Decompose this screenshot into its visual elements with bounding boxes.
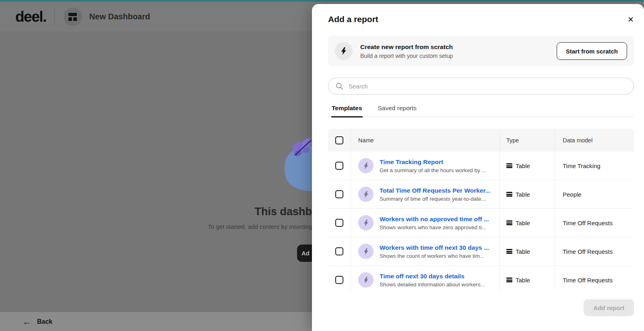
back-arrow-icon: ← [23, 317, 31, 326]
lightning-icon [362, 191, 370, 198]
report-data-model: Time Off Requests [563, 220, 613, 226]
table-type-icon [506, 249, 512, 254]
row-checkbox[interactable] [335, 162, 343, 170]
page-title: New Dashboard [89, 12, 150, 21]
search-icon [336, 82, 343, 90]
back-button[interactable]: Back [37, 318, 52, 325]
add-report-modal: Add a report ✕ Create new report from sc… [312, 4, 644, 331]
modal-header: Add a report ✕ [328, 14, 634, 24]
row-checkbox[interactable] [335, 219, 343, 227]
tab-templates[interactable]: Templates [331, 105, 363, 117]
start-from-scratch-button[interactable]: Start from scratch [557, 42, 627, 60]
row-checkbox[interactable] [335, 190, 343, 198]
report-data-model: Time Tracking [563, 162, 601, 169]
table-row[interactable]: Workers with no approved time off ... Sh… [328, 209, 634, 237]
search-input[interactable] [349, 83, 626, 90]
report-type: Table [516, 277, 530, 284]
report-lightning-badge [358, 215, 374, 230]
report-data-model: People [563, 191, 582, 198]
column-header-data-model: Data model [555, 129, 634, 152]
table-type-icon [506, 278, 512, 282]
report-type: Table [516, 248, 530, 255]
table-row[interactable]: Workers with time off next 30 days ... S… [328, 237, 634, 266]
empty-state-subtext: To get started, add content by inserting [208, 223, 312, 230]
lightning-icon [362, 219, 370, 227]
scratch-card-subtitle: Build a report with your custom setup [360, 53, 453, 59]
report-data-model: Time Off Requests [563, 277, 613, 284]
tab-bar: Templates Saved reports [328, 105, 634, 117]
search-bar [328, 78, 634, 95]
lightning-icon [362, 276, 370, 284]
table-type-icon [506, 163, 512, 168]
report-type: Table [516, 220, 530, 226]
scratch-card-title: Create new report from scratch [360, 43, 453, 51]
report-data-model: Time Off Requests [563, 248, 613, 255]
report-description: Shows workers who have zero approved ti.… [380, 224, 489, 230]
lightning-icon-badge [335, 42, 353, 60]
report-lightning-badge [358, 158, 374, 173]
table-row[interactable]: Time Tracking Report Get a summary of al… [328, 152, 634, 180]
report-name-link[interactable]: Total Time Off Requests Per Worker... [380, 187, 491, 194]
report-description: Shows the count of workers who have tim.… [380, 253, 489, 259]
report-description: Get a summary of all the hours worked by… [380, 167, 486, 173]
tab-saved-reports[interactable]: Saved reports [378, 105, 417, 117]
templates-table: Name Type Data model Time Tracking Repor… [328, 129, 634, 290]
report-name-link[interactable]: Time Tracking Report [380, 158, 486, 166]
report-lightning-badge [358, 244, 374, 259]
column-header-type: Type [500, 129, 555, 152]
add-report-button[interactable]: Add report [584, 299, 634, 316]
empty-state-heading: This dashb [254, 206, 312, 218]
create-from-scratch-card: Create new report from scratch Build a r… [328, 36, 634, 66]
select-all-checkbox[interactable] [335, 136, 343, 144]
report-lightning-badge [358, 187, 374, 202]
row-checkbox[interactable] [335, 276, 343, 284]
close-icon[interactable]: ✕ [627, 16, 634, 23]
dashboard-switcher-button[interactable] [64, 8, 82, 26]
lightning-icon [339, 47, 348, 56]
table-rows: Time Tracking Report Get a summary of al… [328, 152, 634, 290]
modal-footer: Add report [328, 299, 634, 316]
report-name-link[interactable]: Workers with no approved time off ... [380, 216, 489, 223]
report-description: Shows detailed information about workers… [380, 282, 485, 288]
report-description: Summary of time off requests year-to-dat… [380, 196, 491, 202]
page: deel. New Dashboard [0, 0, 644, 331]
header-divider [54, 8, 55, 26]
modal-title: Add a report [328, 14, 378, 24]
table-row[interactable]: Total Time Off Requests Per Worker... Su… [328, 180, 634, 209]
row-checkbox[interactable] [335, 247, 343, 255]
report-lightning-badge [358, 272, 374, 288]
table-header-row: Name Type Data model [328, 129, 634, 152]
report-type: Table [516, 162, 530, 169]
table-row[interactable]: Time off next 30 days details Shows deta… [328, 266, 634, 290]
deel-logo: deel. [15, 8, 46, 25]
dashboard-grid-icon [68, 13, 77, 21]
report-name-link[interactable]: Workers with time off next 30 days ... [380, 244, 489, 251]
table-type-icon [506, 192, 512, 197]
report-name-link[interactable]: Time off next 30 days details [380, 273, 485, 280]
lightning-icon [362, 162, 370, 170]
column-header-name: Name [351, 129, 500, 152]
report-type: Table [516, 191, 530, 198]
lightning-icon [362, 248, 370, 255]
table-type-icon [506, 220, 512, 225]
